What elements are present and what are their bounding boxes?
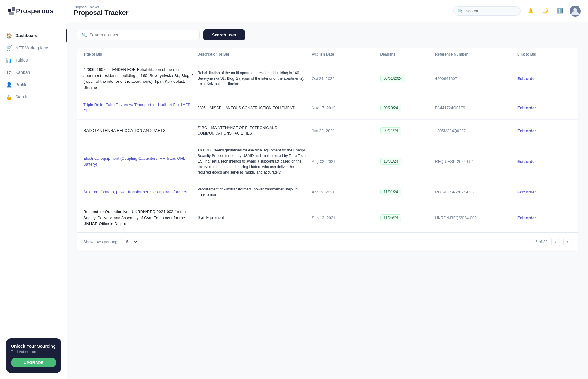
edit-order-link-5[interactable]: Edit order bbox=[517, 216, 536, 220]
info-icon[interactable]: ℹ️ bbox=[555, 6, 565, 16]
bid-title-3[interactable]: Electrical equipment (Coupling Capacitor… bbox=[83, 155, 198, 167]
bid-title-0: 4200661607 – TENDER FOR Rehabilitation o… bbox=[83, 67, 198, 90]
bid-reference-2: 1305M324Q0297 bbox=[435, 128, 517, 133]
table-row: 4200661607 – TENDER FOR Rehabilitation o… bbox=[77, 61, 578, 96]
user-search-input[interactable] bbox=[89, 33, 195, 37]
edit-order-link-0[interactable]: Edit order bbox=[517, 76, 536, 81]
search-user-button[interactable]: Search user bbox=[203, 29, 245, 40]
sidebar-label-tables: Tables bbox=[15, 58, 28, 63]
deadline-badge-0: 08/01/2024 bbox=[380, 75, 405, 82]
sidebar-label-sign-in: Sign In bbox=[15, 94, 29, 99]
bid-link-1[interactable]: Edit order bbox=[517, 105, 572, 110]
avatar[interactable] bbox=[570, 6, 581, 17]
sidebar: 🏠Dashboard🛒NFT Marketplace📊Tables🗂Kanban… bbox=[0, 22, 67, 379]
bid-description-1: 3895 – MISCELLANEOUS CONSTRUCTION EQUIPM… bbox=[198, 105, 312, 111]
header-title-section: Proposal Tracker Proposal Tracker bbox=[66, 5, 453, 17]
search-user-icon: 🔍 bbox=[82, 33, 87, 37]
column-header-reference: Reference Number bbox=[435, 52, 517, 56]
bid-link-5[interactable]: Edit order bbox=[517, 216, 572, 220]
bid-description-3: This RFQ seeks quotations for electrical… bbox=[198, 147, 312, 175]
search-section: 🔍 Search user bbox=[77, 29, 578, 40]
table-row: RADIO ANTENNA RELOCATION AND PARTSZ1BG –… bbox=[77, 120, 578, 142]
sidebar-item-tables[interactable]: 📊Tables bbox=[0, 54, 67, 66]
profile-icon: 👤 bbox=[6, 82, 12, 88]
bid-link-3[interactable]: Edit order bbox=[517, 159, 572, 164]
edit-order-link-2[interactable]: Edit order bbox=[517, 128, 536, 133]
bid-publish-date-0: Oct 24, 2022 bbox=[312, 76, 380, 81]
bid-title-4[interactable]: Autotransformers, power transformer, ste… bbox=[83, 189, 198, 195]
header-search-input[interactable] bbox=[466, 9, 516, 13]
bid-publish-date-1: Nov 17, 2019 bbox=[312, 105, 380, 110]
bid-description-2: Z1BG – MAINTENANCE OF ELECTRONIC AND COM… bbox=[198, 125, 312, 136]
deadline-badge-1: 09/20/24 bbox=[380, 105, 401, 111]
svg-rect-2 bbox=[9, 12, 14, 15]
table-row: Autotransformers, power transformer, ste… bbox=[77, 181, 578, 203]
table-body: 4200661607 – TENDER FOR Rehabilitation o… bbox=[77, 61, 578, 232]
bid-title-1[interactable]: Triple Roller Tube Pavers w/ Transport f… bbox=[83, 102, 198, 114]
bid-reference-4: RFQ-UESP-2024-035 bbox=[435, 190, 517, 194]
bid-publish-date-4: Apr 19, 2021 bbox=[312, 190, 380, 194]
bid-link-0[interactable]: Edit order bbox=[517, 76, 572, 81]
dashboard-icon: 🏠 bbox=[6, 33, 12, 39]
bid-publish-date-2: Jan 30, 2021 bbox=[312, 128, 380, 133]
column-header-link: Link to Bid bbox=[517, 52, 572, 56]
bid-deadline-3: 10/01/24 bbox=[380, 158, 435, 165]
page-range: 1-6 of 32 bbox=[532, 239, 548, 244]
bid-title-5: Request for Quotation No.: UKRDN/RFQ/202… bbox=[83, 209, 198, 227]
darkmode-icon[interactable]: 🌙 bbox=[540, 6, 550, 16]
upgrade-card-title: Unlock Your Sourcing bbox=[11, 344, 56, 349]
bid-title-2: RADIO ANTENNA RELOCATION AND PARTS bbox=[83, 128, 198, 134]
column-header-description: Description of Bid bbox=[198, 52, 312, 56]
edit-order-link-1[interactable]: Edit order bbox=[517, 105, 536, 110]
bid-deadline-4: 11/01/24 bbox=[380, 189, 435, 195]
search-icon: 🔍 bbox=[458, 9, 463, 13]
sidebar-item-kanban[interactable]: 🗂Kanban bbox=[0, 66, 67, 78]
main-layout: 🏠Dashboard🛒NFT Marketplace📊Tables🗂Kanban… bbox=[0, 22, 588, 379]
sidebar-label-dashboard: Dashboard bbox=[15, 33, 38, 38]
bid-deadline-1: 09/20/24 bbox=[380, 105, 435, 111]
bid-publish-date-5: Sep 12, 2021 bbox=[312, 216, 380, 220]
bids-table: Title of BidDescription of BidPublish Da… bbox=[77, 48, 578, 251]
bid-reference-3: RFQ-UESP-2024-051 bbox=[435, 159, 517, 164]
bid-deadline-0: 08/01/2024 bbox=[380, 75, 435, 82]
rows-per-page: Show rows per page 6102050 bbox=[83, 238, 138, 246]
sidebar-item-sign-in[interactable]: 🔒Sign In bbox=[0, 91, 67, 103]
sidebar-item-dashboard[interactable]: 🏠Dashboard bbox=[0, 29, 67, 42]
logo: Prospērous bbox=[7, 7, 62, 15]
header-search-box[interactable]: 🔍 bbox=[453, 6, 521, 16]
column-header-title: Title of Bid bbox=[83, 52, 198, 56]
upgrade-card: Unlock Your Sourcing Total Automation UP… bbox=[6, 338, 61, 373]
prev-page-button[interactable]: ‹ bbox=[551, 238, 560, 246]
bid-deadline-5: 11/05/24 bbox=[380, 214, 435, 221]
bid-reference-0: 4200661607 bbox=[435, 76, 517, 81]
user-search-box[interactable]: 🔍 bbox=[77, 30, 200, 40]
kanban-icon: 🗂 bbox=[6, 69, 12, 75]
bid-link-2[interactable]: Edit order bbox=[517, 128, 572, 133]
upgrade-button[interactable]: UPGRADE bbox=[11, 358, 56, 367]
nft-marketplace-icon: 🛒 bbox=[6, 45, 12, 51]
bid-description-4: Procurement of Autotransformers, power t… bbox=[198, 186, 312, 197]
rows-label: Show rows per page bbox=[83, 239, 120, 244]
sidebar-item-nft-marketplace[interactable]: 🛒NFT Marketplace bbox=[0, 42, 67, 54]
bid-reference-5: UKRDN/RFQ/2024-002 bbox=[435, 216, 517, 220]
page-title: Proposal Tracker bbox=[74, 9, 453, 17]
pagination-bar: Show rows per page 6102050 1-6 of 32 ‹ › bbox=[77, 232, 578, 251]
column-header-deadline: Deadline bbox=[380, 52, 435, 56]
bid-link-4[interactable]: Edit order bbox=[517, 190, 572, 194]
sidebar-item-profile[interactable]: 👤Profile bbox=[0, 78, 67, 91]
deadline-badge-2: 09/21/24 bbox=[380, 127, 401, 134]
next-page-button[interactable]: › bbox=[564, 238, 572, 246]
edit-order-link-4[interactable]: Edit order bbox=[517, 190, 536, 194]
deadline-badge-3: 10/01/24 bbox=[380, 158, 401, 165]
table-header: Title of BidDescription of BidPublish Da… bbox=[77, 48, 578, 61]
sign-in-icon: 🔒 bbox=[6, 94, 12, 100]
sidebar-bottom: Unlock Your Sourcing Total Automation UP… bbox=[0, 338, 67, 373]
edit-order-link-3[interactable]: Edit order bbox=[517, 159, 536, 164]
bid-description-5: Gym Equipment bbox=[198, 215, 312, 220]
main-content: 🔍 Search user Title of BidDescription of… bbox=[67, 22, 588, 379]
rows-select[interactable]: 6102050 bbox=[122, 238, 138, 246]
bid-publish-date-3: Aug 02, 2021 bbox=[312, 159, 380, 164]
logo-text: Prospērous bbox=[16, 7, 53, 15]
notifications-icon[interactable]: 🔔 bbox=[526, 6, 535, 16]
tables-icon: 📊 bbox=[6, 57, 12, 63]
